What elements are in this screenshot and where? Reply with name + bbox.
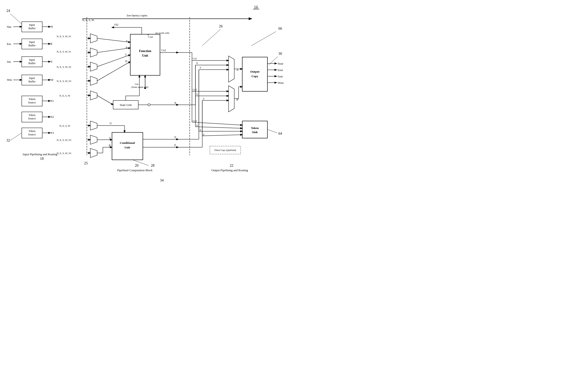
ib-s-label2: Buffer [28,62,36,65]
s3-label: S3 [51,131,54,134]
co2-out-a1: Co2 [193,57,197,60]
co2-fu-label: Co2 [161,49,166,52]
win-label: Win [7,78,12,82]
x-out-a1: X [196,62,198,64]
ts3-label2: Source [28,133,36,136]
out-mux-a [228,56,234,82]
ib-n-label2: Buffer [28,27,36,30]
out-mux-b-label: B [236,98,238,101]
ref-28: 28 [151,164,154,167]
wout-label: Wout [278,81,284,84]
ts1-label1: Token [29,98,36,101]
nesw-top-label: N, E, S, W [82,18,94,22]
mux3-input: N, E, S, W, S2 [57,66,71,68]
diagram-svg: 16 24 Input Buffer Nin N Input Buffer Ei… [0,0,293,196]
w-output-label: W [51,78,54,82]
ref-32: 32 [7,138,10,142]
x-out-b1: X [196,93,198,96]
cin-from-south: (from south cell) [131,86,148,88]
z-tk: Z [203,133,205,136]
muxb1-input: N, E, S, W [59,124,70,127]
fu-input-b: B [126,46,128,49]
mux1-input: N, E, S, W, S1 [57,35,71,38]
ib-n-label1: Input [29,23,35,26]
co2-out-b1: Co2 [193,88,197,91]
su-label: State Unit [120,103,132,106]
ib-e-label2: Buffer [28,44,36,47]
ref-34: 34 [160,178,164,182]
z-out-b1: Z [203,97,205,100]
ib-w-label2: Buffer [28,80,36,83]
sin-label: Sin [7,60,11,64]
tcp-label: Token Copy (pipelined) [214,149,236,152]
s-output-label: S [51,60,52,63]
output-copy [242,57,267,91]
muxb2-input: N, E, S, W, S3 [57,138,71,141]
s2-label: S2 [51,115,54,118]
ref-25: 25 [84,161,88,165]
out-mux-b [228,86,234,112]
diagram-container: 16 24 Input Buffer Nin N Input Buffer Ei… [0,0,293,196]
fu-input-a: A [126,39,128,42]
ts2-label2: Source [28,117,36,120]
ref-30: 30 [278,52,282,56]
low-latency-label: low-latency copies [127,14,148,17]
ref-26: 26 [219,24,223,28]
ci2-label: Oi2 [114,23,118,26]
ref-22: 22 [230,164,233,167]
co2-tk: Co2 [193,120,197,122]
ts-label2: Sink [252,130,258,134]
ein-label: Ein [7,42,11,46]
mux5-input: N, E, S, W [59,94,70,97]
s1-label: S1 [51,99,54,102]
fu-label2: Unit [142,54,148,57]
cu-input-a: A [109,136,111,140]
x-tk: X [196,124,198,127]
eout-label: Eout [278,68,283,72]
pipelined-computation-label: Pipelined Computation Block [117,168,153,172]
oc-label1: Output [250,70,260,73]
fu-input-d: D [125,60,127,63]
ref-18: 18 [40,156,44,160]
y-out-a1: Y [199,66,201,69]
nin-label: Nin [7,25,12,28]
cu-label2: Unit [125,146,130,149]
n-output-label: N [51,25,53,28]
cu-input-b: B [109,144,111,147]
cu-label1: Conditional [120,141,135,144]
nout-label: Nout [278,62,283,65]
ts3-label1: Token [29,130,36,133]
ib-e-label1: Input [29,40,35,44]
ts-label1: Token [251,126,259,130]
y-tk: Y [199,128,201,131]
cin-label: Cin [135,83,139,86]
to-north-cell: (to north cell) [155,32,169,34]
cout-label: Cout [148,36,153,38]
ref-66: 66 [278,26,282,30]
ref-24: 24 [7,9,10,12]
oc-label2: Copy [251,74,258,78]
ts1-label2: Source [28,101,36,104]
mux2-input: N, E, S, W, S1 [57,50,71,53]
fu-input-c: C [125,53,127,56]
su-output-circle [148,104,150,106]
output-pipeline-label: Output Pipelining and Routing [211,168,248,172]
ref-20: 20 [135,164,139,167]
z-label: Z [174,144,176,147]
muxb3-input: N, E, S, W, S3 [57,152,71,154]
input-pipeline-label: Input Pipelining and Routing [23,152,57,156]
fu-label1: Function [139,49,151,53]
ib-s-label1: Input [29,58,35,62]
ref-64: 64 [278,132,282,136]
ib-w-label1: Input [29,76,35,80]
out-mux-a-label: A [236,68,239,72]
sout-label: Sout [278,75,283,78]
g-label: G [110,122,112,125]
mux4-input: N, E, S, W, S3 [57,80,71,82]
ts2-label1: Token [29,114,36,117]
ref-16: 16 [254,5,258,10]
e-output-label: E [51,42,53,46]
x-label: X [174,101,176,104]
svg-rect-0 [0,0,293,196]
y-label: Y [174,136,176,139]
